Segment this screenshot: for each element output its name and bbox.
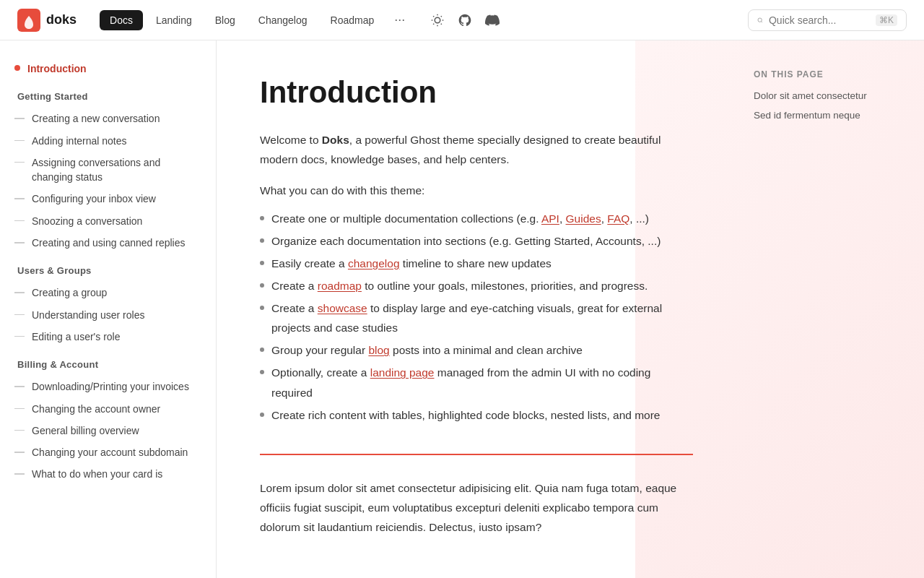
feature-list: Create one or multiple documentation col… <box>260 209 693 425</box>
faq-link[interactable]: FAQ <box>607 212 629 225</box>
svg-line-8 <box>433 23 434 24</box>
right-panel: ON THIS PAGE Dolor sit amet consectetur … <box>736 40 924 578</box>
sidebar-item-billing-overview[interactable]: General billing overview <box>0 420 216 441</box>
discord-icon[interactable] <box>484 12 500 28</box>
list-item: Create a roadmap to outline your goals, … <box>260 276 693 296</box>
list-item: Create a showcase to display large and e… <box>260 298 693 337</box>
dash-icon <box>14 386 25 387</box>
sidebar-item-account-subdomain[interactable]: Changing your account subdomain <box>0 441 216 463</box>
bullet-dot <box>260 348 264 352</box>
bullet-dot <box>260 216 264 220</box>
list-item: Create rich content with tables, highlig… <box>260 405 693 425</box>
dash-icon <box>14 140 25 142</box>
sidebar-item-adding-notes[interactable]: Adding internal notes <box>0 130 216 152</box>
svg-point-10 <box>758 18 762 22</box>
sidebar-item-snoozing[interactable]: Snoozing a conversation <box>0 210 216 232</box>
nav-blog[interactable]: Blog <box>205 10 245 30</box>
bullet-dot <box>260 306 264 310</box>
what-you-can-do: What you can do with this theme: <box>260 184 693 197</box>
brand-name: Doks <box>322 134 349 146</box>
logo-icon <box>17 9 40 32</box>
sidebar-section-getting-started: Getting Started <box>0 79 216 108</box>
bullet-dot <box>260 238 264 243</box>
bullet-dot <box>260 413 264 417</box>
on-this-page-label: ON THIS PAGE <box>754 69 907 79</box>
dash-icon <box>14 452 25 453</box>
dash-icon <box>14 473 25 475</box>
dash-icon <box>14 292 25 293</box>
blog-link[interactable]: blog <box>368 344 389 356</box>
sidebar: Introduction Getting Started Creating a … <box>0 40 217 578</box>
toc-item-2[interactable]: Sed id fermentum neque <box>754 109 907 123</box>
search-input[interactable] <box>769 14 870 26</box>
list-item: Organize each documentation into section… <box>260 231 693 251</box>
sidebar-item-assigning-conversations[interactable]: Assigning conversations and changing sta… <box>0 152 216 189</box>
dash-icon <box>14 162 25 163</box>
dash-icon <box>14 220 25 222</box>
dash-icon <box>14 242 25 243</box>
svg-line-4 <box>433 16 434 17</box>
lorem-paragraph: Lorem ipsum dolor sit amet consectetur a… <box>260 454 693 537</box>
guides-link[interactable]: Guides <box>566 212 601 225</box>
bullet-dot <box>260 261 264 265</box>
dash-icon <box>14 118 25 119</box>
sidebar-item-account-owner[interactable]: Changing the account owner <box>0 398 216 420</box>
header: doks Docs Landing Blog Changelog Roadmap… <box>0 0 924 40</box>
landing-page-link[interactable]: landing page <box>370 366 435 379</box>
sidebar-item-invoices[interactable]: Downloading/Printing your invoices <box>0 376 216 397</box>
page-layout: Introduction Getting Started Creating a … <box>0 40 924 578</box>
bullet-dot <box>260 370 264 374</box>
dash-icon <box>14 336 25 337</box>
logo[interactable]: doks <box>17 9 77 32</box>
logo-text: doks <box>46 12 77 27</box>
page-title: Introduction <box>260 75 693 110</box>
main-nav: Docs Landing Blog Changelog Roadmap ··· <box>100 8 412 32</box>
main-content: Introduction Welcome to Doks, a powerful… <box>217 40 736 578</box>
sidebar-item-card-issue[interactable]: What to do when your card is <box>0 463 216 485</box>
dash-icon <box>14 430 25 431</box>
nav-more[interactable]: ··· <box>387 8 412 32</box>
dash-icon <box>14 198 25 199</box>
svg-line-9 <box>441 16 442 17</box>
svg-line-5 <box>441 23 442 24</box>
list-item: Optionally, create a landing page manage… <box>260 363 693 402</box>
dash-icon <box>14 314 25 316</box>
sidebar-item-canned-replies[interactable]: Creating and using canned replies <box>0 232 216 254</box>
svg-line-11 <box>762 21 762 22</box>
list-item: Create one or multiple documentation col… <box>260 209 693 228</box>
nav-roadmap[interactable]: Roadmap <box>321 10 385 30</box>
sidebar-item-introduction[interactable]: Introduction <box>0 58 216 79</box>
dash-icon <box>14 408 25 410</box>
sidebar-item-user-roles[interactable]: Understanding user roles <box>0 304 216 326</box>
search-shortcut: ⌘K <box>876 14 897 26</box>
svg-point-1 <box>435 17 440 23</box>
sidebar-section-users-groups: Users & Groups <box>0 254 216 282</box>
sidebar-item-editing-role[interactable]: Editing a user's role <box>0 326 216 348</box>
showcase-link[interactable]: showcase <box>318 302 367 314</box>
list-item: Group your regular blog posts into a min… <box>260 340 693 360</box>
toc-item-1[interactable]: Dolor sit amet consectetur <box>754 90 907 103</box>
intro-paragraph: Welcome to Doks, a powerful Ghost theme … <box>260 130 693 169</box>
nav-changelog[interactable]: Changelog <box>248 10 318 30</box>
search-icon <box>757 15 763 25</box>
search-box[interactable]: ⌘K <box>748 9 907 31</box>
nav-landing[interactable]: Landing <box>146 10 202 30</box>
nav-docs[interactable]: Docs <box>100 10 143 30</box>
changelog-link[interactable]: changelog <box>348 257 400 269</box>
sidebar-label: Introduction <box>27 61 87 76</box>
sidebar-section-billing: Billing & Account <box>0 348 216 376</box>
sidebar-item-configuring-inbox[interactable]: Configuring your inbox view <box>0 188 216 210</box>
github-icon[interactable] <box>457 12 473 28</box>
active-indicator <box>14 65 20 71</box>
roadmap-link[interactable]: roadmap <box>318 280 362 292</box>
theme-toggle-icon[interactable] <box>430 12 445 28</box>
api-link[interactable]: API <box>541 212 559 225</box>
sidebar-item-creating-conversation[interactable]: Creating a new conversation <box>0 108 216 129</box>
sidebar-item-creating-group[interactable]: Creating a group <box>0 282 216 303</box>
header-icons <box>430 12 500 28</box>
bullet-dot <box>260 283 264 288</box>
list-item: Easily create a changelog timeline to sh… <box>260 254 693 273</box>
